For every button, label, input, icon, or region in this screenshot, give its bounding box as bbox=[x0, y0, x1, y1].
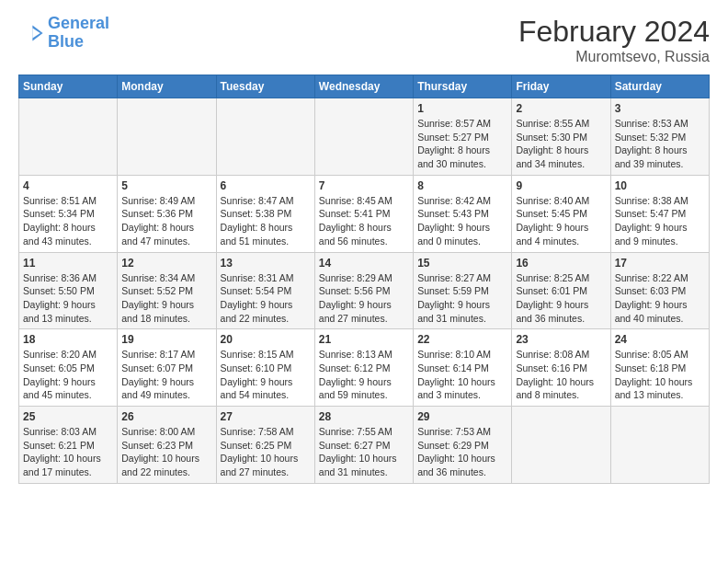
day-info: Sunrise: 8:17 AM Sunset: 6:07 PM Dayligh… bbox=[121, 348, 211, 402]
calendar-cell: 28Sunrise: 7:55 AM Sunset: 6:27 PM Dayli… bbox=[314, 407, 413, 484]
day-info: Sunrise: 7:53 AM Sunset: 6:29 PM Dayligh… bbox=[417, 425, 507, 479]
calendar-cell: 11Sunrise: 8:36 AM Sunset: 5:50 PM Dayli… bbox=[19, 252, 118, 329]
day-number: 20 bbox=[221, 333, 311, 346]
day-header-friday: Friday bbox=[512, 75, 610, 98]
day-info: Sunrise: 8:15 AM Sunset: 6:10 PM Dayligh… bbox=[221, 348, 311, 402]
calendar-cell: 15Sunrise: 8:27 AM Sunset: 5:59 PM Dayli… bbox=[414, 252, 512, 329]
calendar-cell bbox=[118, 98, 216, 176]
day-number: 16 bbox=[516, 257, 606, 270]
calendar-cell: 24Sunrise: 8:05 AM Sunset: 6:18 PM Dayli… bbox=[610, 329, 709, 407]
day-info: Sunrise: 8:55 AM Sunset: 5:30 PM Dayligh… bbox=[516, 117, 606, 171]
calendar-cell: 25Sunrise: 8:03 AM Sunset: 6:21 PM Dayli… bbox=[19, 407, 118, 484]
calendar-cell: 10Sunrise: 8:38 AM Sunset: 5:47 PM Dayli… bbox=[610, 175, 709, 252]
day-info: Sunrise: 8:49 AM Sunset: 5:36 PM Dayligh… bbox=[121, 194, 211, 248]
calendar-cell: 26Sunrise: 8:00 AM Sunset: 6:23 PM Dayli… bbox=[118, 407, 216, 484]
logo-icon bbox=[18, 20, 44, 46]
day-info: Sunrise: 8:31 AM Sunset: 5:54 PM Dayligh… bbox=[221, 271, 311, 326]
calendar-cell bbox=[512, 407, 610, 484]
day-number: 25 bbox=[23, 410, 113, 423]
calendar-week-row: 4Sunrise: 8:51 AM Sunset: 5:34 PM Daylig… bbox=[19, 175, 710, 252]
day-info: Sunrise: 8:42 AM Sunset: 5:43 PM Dayligh… bbox=[417, 194, 507, 248]
day-info: Sunrise: 8:03 AM Sunset: 6:21 PM Dayligh… bbox=[23, 425, 113, 479]
day-info: Sunrise: 8:00 AM Sunset: 6:23 PM Dayligh… bbox=[121, 425, 211, 479]
title-block: February 2024 Muromtsevo, Russia bbox=[518, 15, 710, 65]
day-header-monday: Monday bbox=[118, 75, 216, 98]
day-info: Sunrise: 8:05 AM Sunset: 6:18 PM Dayligh… bbox=[615, 348, 705, 402]
calendar-cell: 16Sunrise: 8:25 AM Sunset: 6:01 PM Dayli… bbox=[512, 252, 610, 329]
day-info: Sunrise: 8:20 AM Sunset: 6:05 PM Dayligh… bbox=[23, 348, 113, 402]
calendar-week-row: 1Sunrise: 8:57 AM Sunset: 5:27 PM Daylig… bbox=[19, 98, 710, 176]
calendar-cell: 17Sunrise: 8:22 AM Sunset: 6:03 PM Dayli… bbox=[610, 252, 709, 329]
day-number: 1 bbox=[417, 102, 507, 115]
day-number: 5 bbox=[121, 179, 211, 192]
day-header-wednesday: Wednesday bbox=[314, 75, 413, 98]
page-subtitle: Muromtsevo, Russia bbox=[518, 49, 710, 65]
day-info: Sunrise: 8:51 AM Sunset: 5:34 PM Dayligh… bbox=[23, 194, 113, 248]
day-info: Sunrise: 8:13 AM Sunset: 6:12 PM Dayligh… bbox=[319, 348, 409, 402]
calendar-cell: 12Sunrise: 8:34 AM Sunset: 5:52 PM Dayli… bbox=[118, 252, 216, 329]
page-header: General Blue February 2024 Muromtsevo, R… bbox=[18, 15, 710, 65]
day-header-sunday: Sunday bbox=[19, 75, 118, 98]
day-info: Sunrise: 8:22 AM Sunset: 6:03 PM Dayligh… bbox=[615, 271, 705, 326]
day-number: 19 bbox=[121, 333, 211, 346]
day-info: Sunrise: 8:27 AM Sunset: 5:59 PM Dayligh… bbox=[417, 271, 507, 326]
day-number: 9 bbox=[516, 179, 606, 192]
day-info: Sunrise: 8:47 AM Sunset: 5:38 PM Dayligh… bbox=[221, 194, 311, 248]
calendar-week-row: 18Sunrise: 8:20 AM Sunset: 6:05 PM Dayli… bbox=[19, 329, 710, 407]
day-info: Sunrise: 7:58 AM Sunset: 6:25 PM Dayligh… bbox=[221, 425, 311, 479]
calendar-table: SundayMondayTuesdayWednesdayThursdayFrid… bbox=[18, 75, 710, 484]
day-info: Sunrise: 8:57 AM Sunset: 5:27 PM Dayligh… bbox=[417, 117, 507, 171]
calendar-cell bbox=[19, 98, 118, 176]
day-number: 12 bbox=[121, 257, 211, 270]
day-info: Sunrise: 8:38 AM Sunset: 5:47 PM Dayligh… bbox=[615, 194, 705, 248]
day-number: 4 bbox=[23, 179, 113, 192]
calendar-cell: 6Sunrise: 8:47 AM Sunset: 5:38 PM Daylig… bbox=[216, 175, 314, 252]
day-info: Sunrise: 8:36 AM Sunset: 5:50 PM Dayligh… bbox=[23, 271, 113, 326]
calendar-cell: 23Sunrise: 8:08 AM Sunset: 6:16 PM Dayli… bbox=[512, 329, 610, 407]
calendar-cell: 3Sunrise: 8:53 AM Sunset: 5:32 PM Daylig… bbox=[610, 98, 709, 176]
day-number: 23 bbox=[516, 333, 606, 346]
day-number: 21 bbox=[319, 333, 409, 346]
day-number: 27 bbox=[221, 410, 311, 423]
day-info: Sunrise: 7:55 AM Sunset: 6:27 PM Dayligh… bbox=[319, 425, 409, 479]
day-info: Sunrise: 8:53 AM Sunset: 5:32 PM Dayligh… bbox=[615, 117, 705, 171]
calendar-cell: 8Sunrise: 8:42 AM Sunset: 5:43 PM Daylig… bbox=[414, 175, 512, 252]
day-number: 3 bbox=[615, 102, 705, 115]
page-title: February 2024 bbox=[518, 15, 710, 49]
day-number: 6 bbox=[221, 179, 311, 192]
calendar-cell: 21Sunrise: 8:13 AM Sunset: 6:12 PM Dayli… bbox=[314, 329, 413, 407]
calendar-cell: 22Sunrise: 8:10 AM Sunset: 6:14 PM Dayli… bbox=[414, 329, 512, 407]
day-info: Sunrise: 8:25 AM Sunset: 6:01 PM Dayligh… bbox=[516, 271, 606, 326]
calendar-cell: 4Sunrise: 8:51 AM Sunset: 5:34 PM Daylig… bbox=[19, 175, 118, 252]
day-number: 28 bbox=[319, 410, 409, 423]
day-number: 2 bbox=[516, 102, 606, 115]
day-number: 24 bbox=[615, 333, 705, 346]
calendar-cell: 7Sunrise: 8:45 AM Sunset: 5:41 PM Daylig… bbox=[314, 175, 413, 252]
day-number: 18 bbox=[23, 333, 113, 346]
logo: General Blue bbox=[18, 15, 109, 52]
calendar-cell: 2Sunrise: 8:55 AM Sunset: 5:30 PM Daylig… bbox=[512, 98, 610, 176]
calendar-cell: 29Sunrise: 7:53 AM Sunset: 6:29 PM Dayli… bbox=[414, 407, 512, 484]
calendar-cell: 13Sunrise: 8:31 AM Sunset: 5:54 PM Dayli… bbox=[216, 252, 314, 329]
day-number: 14 bbox=[319, 257, 409, 270]
calendar-cell: 1Sunrise: 8:57 AM Sunset: 5:27 PM Daylig… bbox=[414, 98, 512, 176]
day-info: Sunrise: 8:40 AM Sunset: 5:45 PM Dayligh… bbox=[516, 194, 606, 248]
day-header-tuesday: Tuesday bbox=[216, 75, 314, 98]
day-info: Sunrise: 8:29 AM Sunset: 5:56 PM Dayligh… bbox=[319, 271, 409, 326]
calendar-cell: 27Sunrise: 7:58 AM Sunset: 6:25 PM Dayli… bbox=[216, 407, 314, 484]
day-number: 26 bbox=[121, 410, 211, 423]
day-number: 22 bbox=[417, 333, 507, 346]
day-number: 15 bbox=[417, 257, 507, 270]
day-number: 7 bbox=[319, 179, 409, 192]
day-info: Sunrise: 8:45 AM Sunset: 5:41 PM Dayligh… bbox=[319, 194, 409, 248]
day-number: 13 bbox=[221, 257, 311, 270]
day-info: Sunrise: 8:34 AM Sunset: 5:52 PM Dayligh… bbox=[121, 271, 211, 326]
day-number: 17 bbox=[615, 257, 705, 270]
day-number: 8 bbox=[417, 179, 507, 192]
calendar-week-row: 11Sunrise: 8:36 AM Sunset: 5:50 PM Dayli… bbox=[19, 252, 710, 329]
calendar-cell: 9Sunrise: 8:40 AM Sunset: 5:45 PM Daylig… bbox=[512, 175, 610, 252]
day-info: Sunrise: 8:10 AM Sunset: 6:14 PM Dayligh… bbox=[417, 348, 507, 402]
day-number: 29 bbox=[417, 410, 507, 423]
day-number: 10 bbox=[615, 179, 705, 192]
calendar-cell: 5Sunrise: 8:49 AM Sunset: 5:36 PM Daylig… bbox=[118, 175, 216, 252]
